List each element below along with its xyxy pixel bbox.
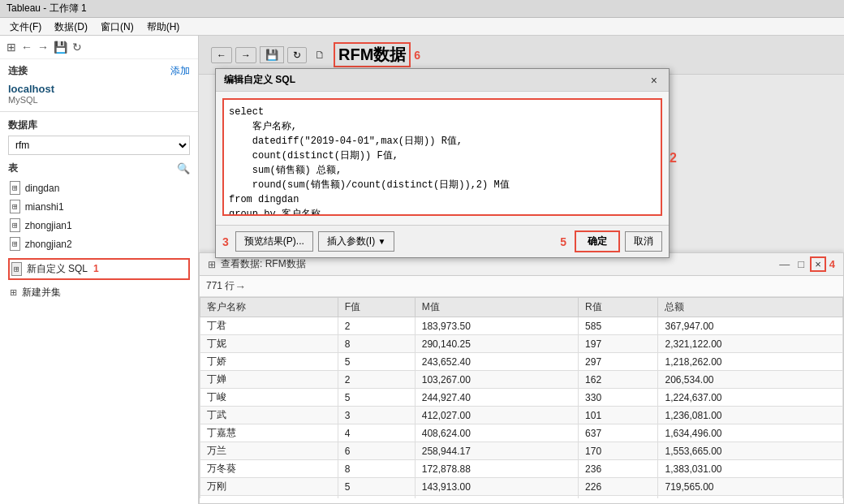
table-cell: 183,973.50 [415,317,578,335]
table-item-dingdan[interactable]: ⊞ dingdan [8,179,190,197]
table-cell: 万焦颖 [200,496,338,499]
menu-file[interactable]: 文件(F) [3,18,48,36]
custom-sql-number-1: 1 [93,263,99,274]
table-cell: 1,236,081.00 [658,407,843,424]
new-union-label: 新建并集 [22,286,61,299]
table-name-zhongjian1: zhongjian1 [25,220,72,231]
table-row: 万刚5143,913.00226719,565.00 [200,478,843,496]
dropdown-arrow-icon: ▼ [377,237,385,246]
custom-sql-item[interactable]: ⊞ 新自定义 SQL 1 [8,258,190,280]
close-panel-btn[interactable]: × [810,256,826,272]
menu-window[interactable]: 窗口(N) [94,18,140,36]
new-union-item[interactable]: ⊞ 新建并集 [8,283,190,302]
dialog-close-btn[interactable]: × [648,74,661,87]
table-row: 丁武3412,027.001011,236,081.00 [200,407,843,424]
table-cell: 1,634,496.00 [658,424,843,442]
dialog-footer: 3 预览结果(P)... 插入参数(I) ▼ 5 确定 取消 [216,225,669,257]
title-bar: Tableau - 工作簿 1 [0,0,844,18]
add-connection-btn[interactable]: 添加 [170,64,190,78]
table-cell: 367,947.00 [658,317,843,335]
table-cell: 103,267.00 [415,371,578,389]
database-select[interactable]: rfm [8,136,190,155]
table-cell: 丁妮 [200,335,338,353]
table-cell: 1,218,262.00 [658,353,843,371]
table-row: 万兰6258,944.171701,553,665.00 [200,442,843,460]
search-table-btn[interactable]: 🔍 [177,162,190,174]
table-cell: 丁君 [200,317,338,335]
table-cell: 170 [579,442,658,460]
table-row: 丁峻5244,927.403301,224,637.00 [200,389,843,407]
content-area: ← → 💾 ↻ 🗋 RFM数据 6 编辑自定义 SQL × select 客户名… [199,36,844,504]
forward-nav-btn[interactable]: → [235,47,256,63]
grid-icon: ⊞ [6,41,16,54]
dialog-title: 编辑自定义 SQL [224,73,295,87]
dialog-number-3: 3 [222,235,229,248]
connection-type: MySQL [8,95,190,105]
table-row: 丁君2183,973.50585367,947.00 [200,317,843,335]
table-cell: 143,913.00 [415,478,578,496]
menu-data[interactable]: 数据(D) [48,18,94,36]
table-cell: 585 [579,317,658,335]
minimize-btn[interactable]: — [777,258,792,270]
dialog-number-5: 5 [560,235,566,248]
table-section: 表 🔍 ⊞ dingdan ⊞ mianshi1 ⊞ zhongjian1 ⊞ … [0,158,198,504]
refresh-icon[interactable]: ↻ [72,41,82,54]
table-cell: 258,944.17 [415,442,578,460]
table-cell: 丁嘉慧 [200,424,338,442]
table-cell: 327,464.67 [415,496,578,499]
insert-param-btn[interactable]: 插入参数(I) ▼ [318,231,395,252]
dialog-title-bar: 编辑自定义 SQL × [216,69,669,92]
union-icon: ⊞ [10,287,17,298]
table-cell: 6 [338,442,415,460]
custom-sql-icon: ⊞ [11,262,22,276]
cancel-btn[interactable]: 取消 [625,231,662,252]
table-item-zhongjian2[interactable]: ⊞ zhongjian2 [8,235,190,253]
table-cell: 2 [338,371,415,389]
row-count: 771 行 [206,279,235,293]
ok-btn[interactable]: 确定 [575,230,620,252]
col-header-f: F值 [338,298,415,317]
table-cell: 197 [579,335,658,353]
back-icon[interactable]: ← [21,41,32,54]
back-nav-btn[interactable]: ← [211,47,232,63]
table-item-zhongjian1[interactable]: ⊞ zhongjian1 [8,216,190,235]
preview-btn[interactable]: 预览结果(P)... [235,231,313,252]
maximize-btn[interactable]: □ [795,258,807,270]
connection-item[interactable]: localhost MySQL [0,80,198,108]
table-cell: 236 [579,460,658,478]
panel-grid-icon: ⊞ [208,259,216,270]
dialog-number-2: 2 [670,151,677,166]
table-cell: 244,927.40 [415,389,578,407]
col-header-m: M值 [415,298,578,317]
table-cell: 8 [338,460,415,478]
table-cell: 265 [579,496,658,499]
table-cell: 297 [579,353,658,371]
forward-icon[interactable]: → [37,41,49,54]
table-cell: 243,652.40 [415,353,578,371]
table-name-dingdan: dingdan [25,183,60,194]
title-bar-text: Tableau - 工作簿 1 [6,2,87,15]
table-cell: 丁婵 [200,371,338,389]
table-row: 丁妮8290,140.251972,321,122.00 [200,335,843,353]
table-cell: 290,140.25 [415,335,578,353]
table-row: 万冬葵8172,878.882361,383,031.00 [200,460,843,478]
table-cell: 1,383,031.00 [658,460,843,478]
table-cell: 162 [579,371,658,389]
rfm-number-6: 6 [414,49,420,62]
table-cell: 万兰 [200,442,338,460]
table-item-mianshi1[interactable]: ⊞ mianshi1 [8,197,190,216]
data-table: 客户名称 F值 M值 R值 总额 丁君2183,973.50585367,947… [200,297,843,498]
sql-editor[interactable]: select 客户名称, datediff("2019-04-01",max(日… [222,98,662,216]
connection-name: localhost [8,83,190,95]
col-header-r: R值 [579,298,658,317]
save-nav-btn[interactable]: 💾 [260,46,284,63]
rfm-title-container: RFM数据 6 [334,42,420,67]
table-cell: 1,553,665.00 [658,442,843,460]
refresh-nav-btn[interactable]: ↻ [287,47,307,63]
save-icon[interactable]: 💾 [54,41,67,54]
menu-bar: 文件(F) 数据(D) 窗口(N) 帮助(H) [0,18,844,36]
connection-label: 连接 [8,64,28,78]
data-table-container[interactable]: 客户名称 F值 M值 R值 总额 丁君2183,973.50585367,947… [200,297,843,498]
menu-help[interactable]: 帮助(H) [140,18,187,36]
panel-arrow-btn[interactable]: → [235,280,246,293]
